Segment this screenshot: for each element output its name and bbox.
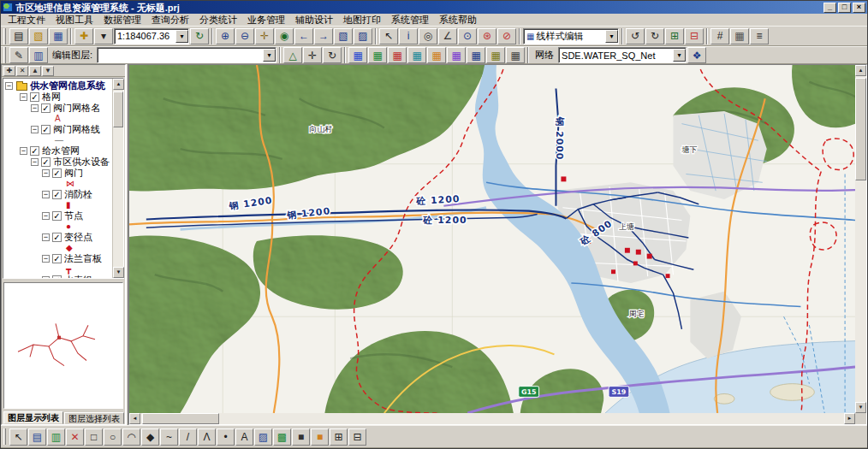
zoom-in-button[interactable]: ⊕ (216, 28, 235, 44)
create-feature-button[interactable]: △ (283, 47, 302, 63)
expand-icon[interactable]: − (20, 93, 27, 101)
layer-remove-button[interactable]: ✕ (16, 66, 28, 76)
chevron-down-icon[interactable]: ▾ (175, 30, 188, 43)
menu-item-6[interactable]: 业务管理 (242, 14, 290, 26)
draw-freehand-button[interactable]: ~ (160, 428, 178, 446)
attribute-table-orange-button[interactable]: ▦ (427, 47, 446, 63)
tree-scroll-track[interactable] (113, 90, 123, 267)
draw-point-button[interactable]: • (217, 428, 235, 446)
save-project-button[interactable]: ▦ (49, 28, 68, 44)
layer-row[interactable]: −✓阀门网格线 (5, 124, 112, 135)
expand-icon[interactable]: − (42, 255, 50, 263)
toolbar-grip[interactable] (3, 428, 6, 445)
redo-button[interactable]: ↻ (645, 28, 664, 44)
menu-item-8[interactable]: 地图打印 (338, 14, 386, 26)
edit-attributes-button[interactable]: ▥ (29, 47, 48, 63)
add-data-button[interactable]: ✚ (74, 28, 93, 44)
expand-icon[interactable]: − (31, 104, 39, 112)
expand-icon[interactable]: − (5, 82, 13, 90)
draw-text-button[interactable]: A (235, 428, 253, 446)
toolbar-grip[interactable] (3, 28, 6, 44)
map-scroll-up-button[interactable]: ▲ (855, 65, 866, 76)
identify-button[interactable]: i (399, 28, 418, 44)
layer-list-button[interactable]: ≡ (750, 28, 769, 44)
move-feature-button[interactable]: ✛ (303, 47, 322, 63)
zoom-next-button[interactable]: → (314, 28, 333, 44)
layer-checkbox[interactable]: ✓ (52, 233, 62, 242)
layer-row[interactable]: −✓阀门网格名 (5, 103, 112, 114)
menu-item-5[interactable]: 分类统计 (194, 14, 242, 26)
zoom-window-button[interactable]: ▧ (334, 28, 353, 44)
scale-combo[interactable]: 1:184067.36▾ (114, 28, 189, 44)
grid-hide-button[interactable]: ⊟ (348, 428, 366, 446)
layer-checkbox[interactable]: ✓ (52, 211, 62, 221)
draw-vertex-sheet-button[interactable]: ▤ (28, 428, 46, 446)
layer-checkbox[interactable]: ✓ (30, 146, 39, 156)
find-button[interactable]: ◎ (419, 28, 437, 44)
maximize-button[interactable]: □ (838, 3, 851, 13)
open-project-button[interactable]: ▧ (29, 28, 48, 44)
draw-sheet-button[interactable]: ▥ (47, 428, 65, 446)
tree-scrollbar[interactable]: ▲ ▼ (112, 79, 123, 278)
network-combo[interactable]: SDE.WATER_SQ_Net▾ (558, 47, 687, 63)
menu-item-4[interactable]: 查询分析 (146, 14, 194, 26)
expand-icon[interactable]: − (42, 276, 50, 278)
chevron-down-icon[interactable]: ▾ (605, 30, 618, 43)
map-vscroll-thumb[interactable] (855, 78, 866, 180)
tree-scroll-down-button[interactable]: ▼ (113, 267, 124, 278)
expand-icon[interactable]: − (31, 158, 39, 166)
menu-item-9[interactable]: 系统管理 (386, 14, 434, 26)
minimize-button[interactable]: _ (823, 3, 836, 13)
map-scroll-down-button[interactable]: ▼ (855, 402, 866, 413)
attribute-table-dark-button[interactable]: ▦ (506, 47, 525, 63)
layer-checkbox[interactable]: ✓ (41, 125, 51, 134)
vertex-add-button[interactable]: ⊞ (665, 28, 684, 44)
layer-checkbox[interactable]: ✓ (52, 275, 62, 278)
vertex-delete-button[interactable]: ⊟ (685, 28, 704, 44)
attribute-table-green-button[interactable]: ▦ (368, 47, 387, 63)
map-vscroll-track[interactable] (855, 76, 866, 402)
select-circle-button[interactable]: ⊙ (458, 28, 477, 44)
attribute-table-navy-button[interactable]: ▦ (467, 47, 485, 63)
attribute-table-olive-button[interactable]: ▦ (486, 47, 505, 63)
expand-icon[interactable]: − (42, 233, 50, 241)
draw-arc-button[interactable]: ◠ (122, 428, 140, 446)
draw-rectangle-button[interactable]: □ (85, 428, 103, 446)
layer-row[interactable]: −✓水表组 (5, 275, 112, 278)
menu-item-7[interactable]: 辅助设计 (290, 14, 338, 26)
layer-checkbox[interactable]: ✓ (41, 157, 51, 167)
layer-row[interactable]: −✓阀门 (5, 168, 112, 179)
rotate-feature-button[interactable]: ↻ (323, 47, 342, 63)
sidebar-tab-2[interactable]: 图层选择列表 (64, 412, 124, 424)
clear-selection-button[interactable]: ⊘ (497, 28, 516, 44)
draw-circle-button[interactable]: ○ (104, 428, 122, 446)
layer-row[interactable]: −✓格网 (5, 92, 112, 103)
sidebar-tab-1[interactable]: 图层显示列表 (3, 411, 63, 424)
menu-item-2[interactable]: 视图工具 (51, 14, 98, 26)
layer-add-button[interactable]: ✚ (3, 66, 15, 76)
draw-polygon-button[interactable]: ◆ (141, 428, 159, 446)
expand-icon[interactable]: − (42, 191, 50, 198)
layer-up-button[interactable]: ▲ (29, 66, 41, 76)
pan-button[interactable]: ✛ (255, 28, 274, 44)
expand-icon[interactable]: − (31, 126, 39, 133)
layer-row[interactable]: −✓市区供水设备 (5, 157, 112, 168)
refresh-view-button[interactable]: ↻ (190, 28, 209, 44)
menu-item-1[interactable]: 工程文件 (3, 14, 51, 26)
menu-item-10[interactable]: 系统帮助 (434, 14, 482, 26)
zoom-previous-button[interactable]: ← (294, 28, 313, 44)
layer-row[interactable]: −✓给水管网 (5, 145, 112, 157)
expand-icon[interactable]: − (42, 212, 50, 220)
full-extent-button[interactable]: ◉ (275, 28, 294, 44)
expand-icon[interactable]: − (42, 169, 50, 177)
attribute-table-purple-button[interactable]: ▦ (447, 47, 466, 63)
overview-map-panel[interactable] (3, 282, 123, 409)
map-viewport[interactable]: 钢 1200钢 1200砼 1200砼 1200钢 2000砼 800向山村上塘… (129, 65, 855, 413)
layer-row[interactable]: −✓节点 (5, 210, 112, 222)
attribute-table-blue-button[interactable]: ▦ (348, 47, 367, 63)
tree-scroll-up-button[interactable]: ▲ (113, 79, 124, 90)
layer-row[interactable]: −✓变径点 (5, 232, 112, 243)
draw-line-button[interactable]: / (179, 428, 197, 446)
draw-delete-button[interactable]: ✕ (66, 428, 84, 446)
select-polygon-button[interactable]: ⊛ (478, 28, 496, 44)
